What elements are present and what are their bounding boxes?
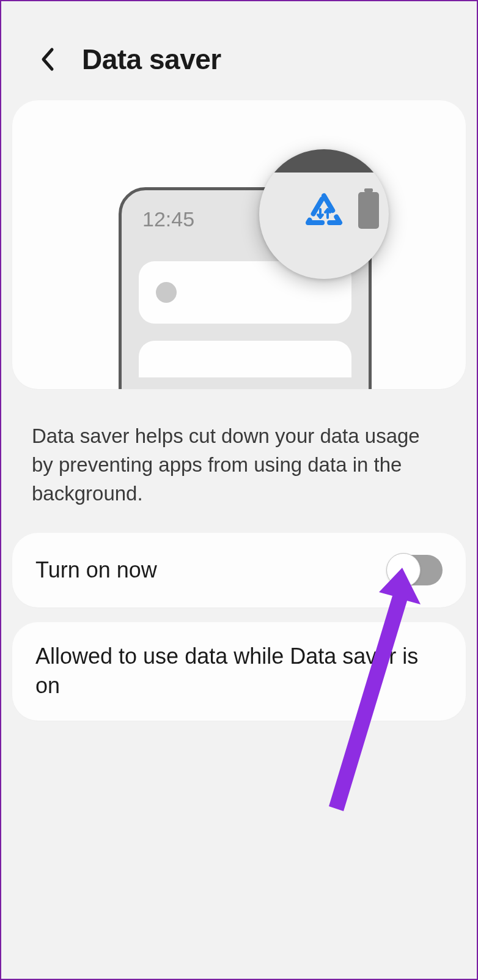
data-saver-icon (302, 192, 346, 236)
illustration-card: 12:45 (12, 100, 466, 389)
turn-on-now-row[interactable]: Turn on now (12, 533, 466, 607)
allowed-apps-row[interactable]: Allowed to use data while Data saver is … (12, 622, 466, 721)
allowed-apps-label: Allowed to use data while Data saver is … (35, 642, 443, 701)
turn-on-now-label: Turn on now (35, 557, 157, 583)
illustration-dot (156, 282, 177, 303)
magnifier-top-bar (259, 149, 389, 173)
magnifier-circle (259, 149, 389, 279)
toggle-knob (386, 553, 421, 587)
description-text: Data saver helps cut down your data usag… (1, 389, 477, 530)
header: Data saver (1, 1, 477, 100)
illustration-time: 12:45 (142, 207, 194, 231)
page-title: Data saver (82, 43, 221, 76)
illustration-card-row-2 (139, 341, 351, 377)
chevron-left-icon (40, 47, 54, 72)
battery-icon (358, 192, 379, 229)
back-button[interactable] (37, 46, 57, 73)
turn-on-now-toggle[interactable] (388, 555, 443, 585)
